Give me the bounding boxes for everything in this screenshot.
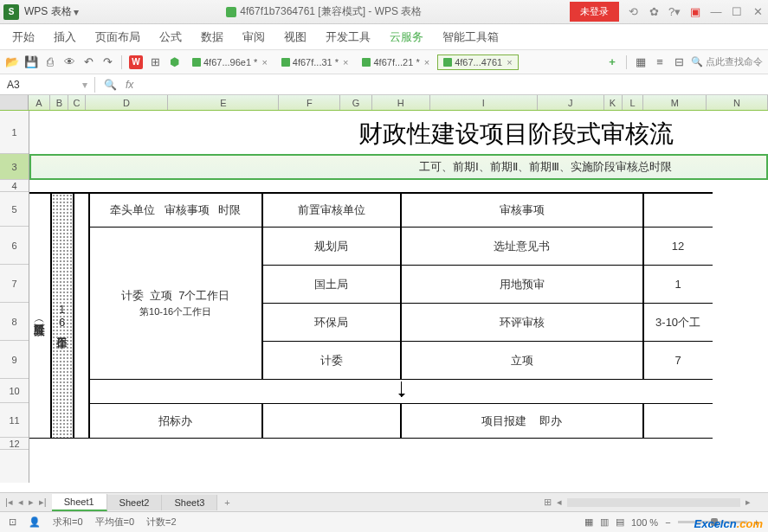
row-8[interactable]: 8 [0,303,29,341]
app-logo-icon: S [3,4,19,20]
sheet-tab-3[interactable]: Sheet3 [162,495,217,510]
tab-close-icon[interactable]: × [261,57,267,67]
col-M[interactable]: M [643,95,707,110]
fx-icon[interactable]: fx [126,79,133,91]
col-N[interactable]: N [707,95,768,110]
menu-layout[interactable]: 页面布局 [95,29,140,45]
window-title: 4f67f1b7364761 [兼容模式] - WPS 表格 [79,4,570,19]
menu-start[interactable]: 开始 [12,29,35,45]
undo-icon[interactable]: ↶ [81,55,95,69]
list-icon[interactable]: ≡ [653,55,667,69]
col-B[interactable]: B [50,95,68,110]
row-5[interactable]: 5 [0,192,29,227]
app-name: WPS 表格 [24,4,72,19]
col-K[interactable]: K [604,95,623,110]
row-9[interactable]: 9 [0,341,29,379]
row-10[interactable]: 10 [0,379,29,403]
zoom-value[interactable]: 100 % [631,517,658,528]
menu-data[interactable]: 数据 [201,29,223,45]
search-fx-icon[interactable]: 🔍 [104,79,117,91]
save-icon[interactable]: 💾 [24,55,38,69]
command-search[interactable]: 🔍 点此查找命令 [691,55,763,68]
doc-tab-2[interactable]: 4f67f...31 *× [275,54,355,70]
select-all-corner[interactable] [0,95,29,110]
close-button[interactable]: ✕ [751,5,765,18]
sheet-tab-1[interactable]: Sheet1 [52,494,107,511]
toolbar: 📂 💾 ⎙ 👁 ↶ ↷ W ⊞ ⬢ 4f67...96e1 *× 4f67f..… [0,50,768,74]
col-H[interactable]: H [372,95,430,110]
menu-formula[interactable]: 公式 [159,29,182,45]
sync-icon[interactable]: ⟲ [626,5,640,18]
document-title-text: 4f67f1b7364761 [兼容模式] - WPS 表格 [240,4,422,19]
name-box[interactable]: A3 ▾ [0,77,95,93]
next-sheet-icon[interactable]: ▸ [27,497,35,508]
col-E[interactable]: E [168,95,279,110]
xls-icon [192,58,201,67]
add-sheet-button[interactable]: + [217,495,236,510]
formula-bar: A3 ▾ 🔍 fx [0,74,768,95]
minimize-button[interactable]: — [709,5,723,18]
settings-icon[interactable]: ✿ [647,5,661,18]
col-I[interactable]: I [430,95,538,110]
menu-cloud[interactable]: 云服务 [390,29,423,45]
col-L[interactable]: L [623,95,644,110]
menu-smarttools[interactable]: 智能工具箱 [442,29,499,45]
cells-area[interactable]: 财政性建设项目阶段式审核流 工可、前期Ⅰ、前期Ⅱ、前期Ⅲ、实施阶段审核总时限 工… [29,111,768,483]
horizontal-scrollbar[interactable]: ⊞◂▸ [237,497,768,508]
row-headers: 1 3 4 5 6 7 8 9 10 11 12 [0,111,29,483]
col-J[interactable]: J [538,95,604,110]
row-4[interactable]: 4 [0,180,29,192]
tab-close-icon[interactable]: × [507,57,512,67]
more-icon[interactable]: ⊟ [672,55,686,69]
help-icon[interactable]: ?▾ [668,5,681,18]
maximize-button[interactable]: ☐ [730,5,744,18]
zoom-out-icon[interactable]: − [665,517,670,528]
qr-icon[interactable]: ⊞ [148,55,162,69]
grid-icon[interactable]: ▦ [634,55,648,69]
menu-insert[interactable]: 插入 [54,29,76,45]
cube-icon[interactable]: ⬢ [167,55,181,69]
menu-review[interactable]: 审阅 [242,29,265,45]
sheet-tab-2[interactable]: Sheet2 [107,495,163,510]
row-12[interactable]: 12 [0,438,29,450]
time-label: 16个工作日 [55,303,69,329]
row-1[interactable]: 1 [0,111,29,154]
prev-sheet-icon[interactable]: ◂ [16,497,25,508]
status-sum: 求和=0 [53,516,83,529]
print-icon[interactable]: ⎙ [43,55,57,69]
view-normal-icon[interactable]: ▦ [584,516,593,528]
col-F[interactable]: F [279,95,340,110]
row-11[interactable]: 11 [0,403,29,438]
view-break-icon[interactable]: ▤ [616,516,624,528]
tab-close-icon[interactable]: × [343,57,348,67]
ribbon-toggle-icon[interactable]: ▣ [688,5,702,18]
profile-icon[interactable]: 👤 [29,516,41,528]
tab-close-icon[interactable]: × [424,57,429,67]
col-A[interactable]: A [29,95,51,110]
col-G[interactable]: G [340,95,371,110]
preview-icon[interactable]: 👁 [62,55,76,69]
view-page-icon[interactable]: ▥ [600,516,609,528]
open-icon[interactable]: 📂 [5,55,19,69]
w-icon[interactable]: W [129,55,143,69]
stats-icon[interactable]: ⊡ [9,516,16,528]
doc-tab-1[interactable]: 4f67...96e1 *× [186,54,274,70]
column-headers: A B C D E F G H I J K L M N [0,95,768,111]
menu-view[interactable]: 视图 [284,29,307,45]
doc-tab-3[interactable]: 4f67f...21 *× [356,54,436,70]
row-6[interactable]: 6 [0,227,29,265]
login-button[interactable]: 未登录 [570,2,619,22]
row-3[interactable]: 3 [0,154,29,180]
last-sheet-icon[interactable]: ▸| [37,497,48,508]
statusbar: ⊡ 👤 求和=0 平均值=0 计数=2 ▦ ▥ ▤ 100 % − + [0,511,768,532]
first-sheet-icon[interactable]: |◂ [3,497,15,508]
redo-icon[interactable]: ↷ [100,55,114,69]
menu-devtools[interactable]: 开发工具 [326,29,371,45]
col-C[interactable]: C [68,95,85,110]
chevron-down-icon[interactable]: ▾ [82,79,87,91]
new-tab-icon[interactable]: + [605,55,619,69]
doc-tab-4[interactable]: 4f67...4761× [437,54,519,70]
col-D[interactable]: D [86,95,169,110]
xls-icon [281,58,290,67]
row-7[interactable]: 7 [0,265,29,303]
